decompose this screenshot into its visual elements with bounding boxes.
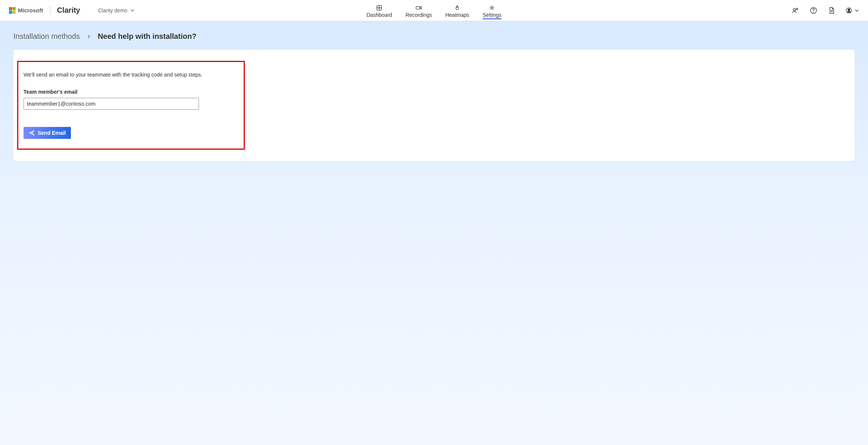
nav-tabs: Dashboard Recordings Heatmaps Settings bbox=[366, 0, 502, 21]
project-picker[interactable]: Clarity demo bbox=[98, 7, 135, 13]
tab-label: Dashboard bbox=[366, 12, 392, 18]
flame-icon bbox=[454, 4, 460, 11]
clarity-brand[interactable]: Clarity bbox=[57, 6, 80, 15]
header-left: Microsoft Clarity Clarity demo bbox=[9, 6, 135, 15]
tab-label: Settings bbox=[483, 12, 502, 18]
svg-point-8 bbox=[848, 9, 850, 10]
divider bbox=[50, 6, 50, 15]
document-icon[interactable] bbox=[828, 7, 835, 14]
chevron-down-icon bbox=[130, 8, 135, 13]
app-header: Microsoft Clarity Clarity demo Dashboard… bbox=[0, 0, 868, 21]
page-body: Installation methods Need help with inst… bbox=[0, 21, 868, 445]
tab-label: Heatmaps bbox=[445, 12, 469, 18]
chevron-right-icon bbox=[87, 32, 91, 41]
svg-point-4 bbox=[796, 8, 798, 10]
svg-point-2 bbox=[491, 7, 493, 9]
microsoft-icon bbox=[9, 7, 16, 14]
tab-heatmaps[interactable]: Heatmaps bbox=[445, 2, 469, 21]
highlight-box: We'll send an email to your teammate wit… bbox=[17, 61, 245, 150]
gear-icon bbox=[489, 4, 496, 11]
send-icon bbox=[29, 130, 35, 136]
svg-rect-1 bbox=[416, 6, 420, 9]
content-card: We'll send an email to your teammate wit… bbox=[13, 50, 855, 161]
tab-label: Recordings bbox=[406, 12, 432, 18]
chevron-down-icon bbox=[855, 8, 859, 13]
microsoft-label: Microsoft bbox=[18, 7, 43, 13]
tab-dashboard[interactable]: Dashboard bbox=[366, 2, 392, 21]
breadcrumb: Installation methods Need help with inst… bbox=[0, 21, 868, 50]
microsoft-logo[interactable]: Microsoft bbox=[9, 7, 43, 14]
svg-point-3 bbox=[793, 9, 796, 11]
team-email-input[interactable] bbox=[24, 98, 199, 110]
user-circle-icon bbox=[846, 7, 852, 14]
svg-point-6 bbox=[813, 12, 814, 12]
tab-recordings[interactable]: Recordings bbox=[406, 2, 432, 21]
people-icon[interactable] bbox=[792, 7, 799, 14]
account-menu[interactable] bbox=[846, 7, 859, 14]
breadcrumb-current: Need help with installation? bbox=[98, 32, 196, 41]
header-right bbox=[792, 7, 859, 14]
send-email-button[interactable]: Send Email bbox=[24, 127, 71, 139]
send-email-label: Send Email bbox=[38, 130, 66, 136]
project-name: Clarity demo bbox=[98, 7, 128, 13]
video-icon bbox=[415, 4, 422, 11]
email-label: Team member's email bbox=[24, 89, 238, 95]
tab-settings[interactable]: Settings bbox=[483, 2, 502, 21]
help-icon[interactable] bbox=[810, 7, 817, 14]
intro-text: We'll send an email to your teammate wit… bbox=[24, 72, 238, 89]
dashboard-icon bbox=[376, 4, 383, 11]
breadcrumb-prev[interactable]: Installation methods bbox=[13, 32, 80, 41]
